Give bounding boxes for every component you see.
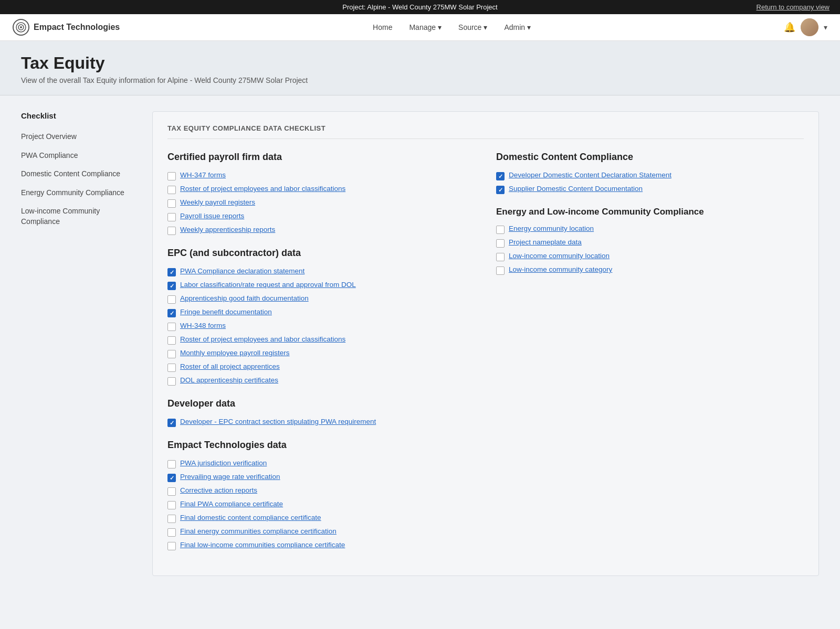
list-item: Weekly apprenticeship reports: [167, 223, 475, 237]
checkbox-dol-certs[interactable]: [167, 377, 176, 386]
brand-name: Empact Technologies: [34, 23, 120, 32]
section-heading-energy-low-income: Energy and Low-income Community Complian…: [496, 207, 804, 217]
list-item: Apprenticeship good faith documentation: [167, 292, 475, 306]
checkbox-wh347[interactable]: [167, 172, 176, 180]
checkbox-developer-epc[interactable]: [167, 419, 176, 427]
checkbox-weekly-payroll[interactable]: [167, 199, 176, 208]
sidebar-item-project-overview[interactable]: Project Overview: [21, 127, 136, 146]
checkbox-payroll-issue[interactable]: [167, 213, 176, 221]
link-pwa-jurisdiction[interactable]: PWA jurisdiction verification: [180, 459, 267, 467]
link-dol-certs[interactable]: DOL apprenticeship certificates: [180, 376, 278, 384]
sidebar-section-title: Checklist: [21, 111, 136, 120]
list-item: Prevailing wage rate verification: [167, 471, 475, 484]
section-heading-domestic-content: Domestic Content Compliance: [496, 152, 804, 163]
link-low-income-category[interactable]: Low-income community category: [509, 265, 612, 273]
checkbox-developer-domestic[interactable]: [496, 172, 505, 180]
checkbox-prevailing-wage[interactable]: [167, 474, 176, 482]
link-weekly-apprenticeship[interactable]: Weekly apprenticeship reports: [180, 226, 275, 233]
link-roster-apprentices[interactable]: Roster of all project apprentices: [180, 363, 280, 370]
checkbox-low-income-category[interactable]: [496, 266, 505, 275]
nav-manage[interactable]: Manage ▾: [403, 20, 448, 35]
checklist-panel: TAX EQUITY COMPLIANCE DATA CHECKLIST Cer…: [152, 111, 819, 576]
checkbox-energy-community-location[interactable]: [496, 226, 505, 234]
checkbox-labor-class[interactable]: [167, 282, 176, 290]
link-payroll-issue[interactable]: Payroll issue reports: [180, 212, 244, 220]
page-header: Tax Equity View of the overall Tax Equit…: [0, 41, 840, 95]
checkbox-supplier-domestic[interactable]: [496, 186, 505, 194]
link-monthly-payroll[interactable]: Monthly employee payroll registers: [180, 349, 290, 357]
link-wh347[interactable]: WH-347 forms: [180, 171, 226, 179]
checklist-left-column: Certified payroll firm data WH-347 forms…: [167, 150, 475, 563]
nav-items: Home Manage ▾ Source ▾ Admin ▾: [366, 20, 537, 35]
sidebar-item-pwa-compliance[interactable]: PWA Compliance: [21, 146, 136, 165]
epc-items: PWA Compliance declaration statement Lab…: [167, 265, 475, 388]
section-heading-epc: EPC (and subcontractor) data: [167, 248, 475, 259]
nav-home[interactable]: Home: [366, 20, 398, 35]
checkbox-final-energy[interactable]: [167, 528, 176, 537]
brand[interactable]: Empact Technologies: [13, 19, 120, 36]
checkbox-roster-apprentices[interactable]: [167, 364, 176, 372]
checkbox-fringe-benefit[interactable]: [167, 309, 176, 317]
chevron-down-icon: ▾: [438, 23, 442, 31]
return-to-company-link[interactable]: Return to company view: [757, 3, 830, 11]
checkbox-wh348[interactable]: [167, 323, 176, 331]
list-item: Low-income community category: [496, 263, 804, 277]
link-weekly-payroll[interactable]: Weekly payroll registers: [180, 198, 255, 206]
checkbox-final-domestic[interactable]: [167, 515, 176, 523]
checklist-columns: Certified payroll firm data WH-347 forms…: [167, 150, 804, 563]
link-apprenticeship-faith[interactable]: Apprenticeship good faith documentation: [180, 294, 309, 302]
nav-admin[interactable]: Admin ▾: [498, 20, 537, 35]
link-wh348[interactable]: WH-348 forms: [180, 322, 226, 329]
list-item: PWA Compliance declaration statement: [167, 265, 475, 279]
checkbox-pwa-jurisdiction[interactable]: [167, 460, 176, 468]
link-fringe-benefit[interactable]: Fringe benefit documentation: [180, 308, 272, 316]
checkbox-monthly-payroll[interactable]: [167, 350, 176, 358]
list-item: Roster of project employees and labor cl…: [167, 333, 475, 347]
link-project-nameplate[interactable]: Project nameplate data: [509, 238, 582, 246]
link-labor-class[interactable]: Labor classification/rate request and ap…: [180, 281, 356, 289]
checkbox-roster-epc[interactable]: [167, 336, 176, 345]
checkbox-pwa-compliance-decl[interactable]: [167, 268, 176, 276]
list-item: Energy community location: [496, 222, 804, 236]
link-corrective-action[interactable]: Corrective action reports: [180, 486, 257, 494]
link-supplier-domestic[interactable]: Supplier Domestic Content Documentation: [509, 185, 643, 193]
sidebar-item-energy-community[interactable]: Energy Community Compliance: [21, 184, 136, 202]
list-item: Developer Domestic Content Declaration S…: [496, 169, 804, 183]
link-roster-epc[interactable]: Roster of project employees and labor cl…: [180, 335, 345, 343]
checkbox-final-low-income[interactable]: [167, 542, 176, 550]
checkbox-project-nameplate[interactable]: [496, 239, 505, 248]
list-item: Roster of all project apprentices: [167, 360, 475, 374]
main-layout: Checklist Project Overview PWA Complianc…: [0, 95, 840, 592]
link-final-low-income[interactable]: Final low-income communities compliance …: [180, 541, 345, 549]
checkbox-weekly-apprenticeship[interactable]: [167, 227, 176, 235]
checkbox-roster-employees[interactable]: [167, 186, 176, 194]
sidebar-item-domestic-content[interactable]: Domestic Content Compliance: [21, 165, 136, 184]
list-item: Supplier Domestic Content Documentation: [496, 183, 804, 196]
list-item: Low-income community location: [496, 250, 804, 263]
link-energy-community-location[interactable]: Energy community location: [509, 225, 594, 232]
list-item: Final domestic content compliance certif…: [167, 511, 475, 525]
checkbox-corrective-action[interactable]: [167, 487, 176, 496]
checkbox-final-pwa[interactable]: [167, 501, 176, 509]
link-pwa-compliance-decl[interactable]: PWA Compliance declaration statement: [180, 267, 304, 275]
link-prevailing-wage[interactable]: Prevailing wage rate verification: [180, 473, 280, 481]
checkbox-low-income-location[interactable]: [496, 253, 505, 261]
list-item: Final energy communities compliance cert…: [167, 525, 475, 539]
link-roster-employees[interactable]: Roster of project employees and labor cl…: [180, 185, 345, 193]
link-developer-epc[interactable]: Developer - EPC contract section stipula…: [180, 418, 376, 425]
avatar[interactable]: [801, 18, 818, 36]
sidebar-item-low-income[interactable]: Low-income Community Compliance: [21, 202, 136, 231]
list-item: Monthly employee payroll registers: [167, 347, 475, 360]
list-item: Final PWA compliance certificate: [167, 498, 475, 511]
section-heading-developer: Developer data: [167, 398, 475, 409]
link-developer-domestic[interactable]: Developer Domestic Content Declaration S…: [509, 171, 671, 179]
link-final-domestic[interactable]: Final domestic content compliance certif…: [180, 514, 321, 521]
chevron-down-icon[interactable]: ▾: [824, 23, 827, 31]
list-item: WH-348 forms: [167, 319, 475, 333]
link-final-pwa[interactable]: Final PWA compliance certificate: [180, 500, 283, 508]
link-low-income-location[interactable]: Low-income community location: [509, 252, 610, 260]
checkbox-apprenticeship-faith[interactable]: [167, 295, 176, 304]
nav-source[interactable]: Source ▾: [452, 20, 494, 35]
notifications-bell-icon[interactable]: 🔔: [784, 22, 795, 33]
link-final-energy[interactable]: Final energy communities compliance cert…: [180, 527, 337, 535]
